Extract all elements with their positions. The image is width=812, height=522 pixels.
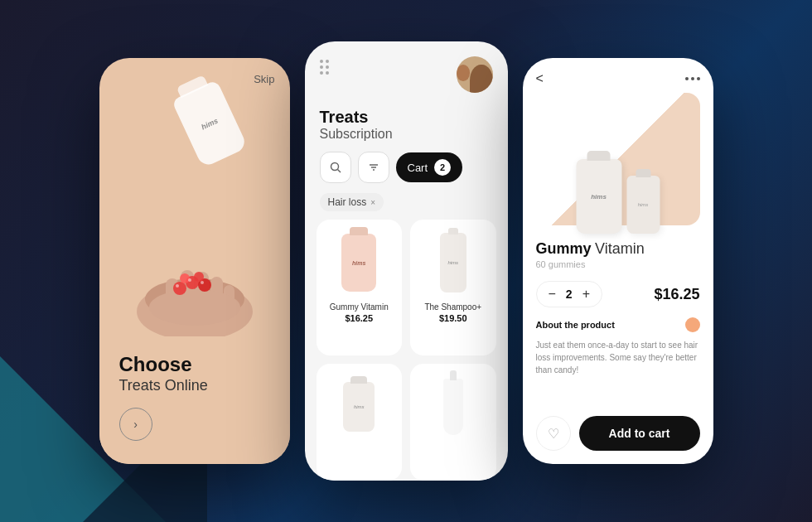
product-full-title: Gummy Vitamin [536, 240, 700, 258]
back-button[interactable]: < [536, 71, 544, 86]
cart-button[interactable]: Cart 2 [396, 152, 463, 182]
filter-tag-row: Hair loss × [320, 193, 493, 211]
product-title-bold: Gummy [536, 240, 592, 257]
screen2-title-bold: Treats [320, 108, 493, 127]
user-avatar[interactable] [457, 56, 493, 93]
svg-point-8 [173, 282, 186, 295]
hand-svg [120, 229, 269, 336]
quantity-price-row: − 2 + $16.25 [536, 281, 700, 307]
search-icon [330, 162, 341, 173]
bottle-brand-text: hims [200, 117, 219, 132]
screen3-header: < [523, 58, 713, 86]
screen2: Treats Subscription Cart 2 [305, 41, 508, 481]
skip-button[interactable]: Skip [254, 73, 274, 85]
product-image-gummy: hims [334, 230, 384, 296]
shampoo-bottle-illustration: hims [440, 233, 466, 292]
screen2-title-subscription: Subscription [320, 127, 493, 142]
svg-point-12 [194, 272, 204, 282]
product-card-shampoo[interactable]: hims The Shampoo+ $19.50 [410, 220, 496, 355]
product-grid: hims Gummy Vitamin $16.25 hims The Shamp… [305, 220, 508, 481]
screen3-product-bg: hims hims [536, 93, 700, 225]
product-name-shampoo: The Shampoo+ [424, 302, 481, 312]
product-card-pill[interactable]: hims [317, 364, 403, 481]
screens-container: Skip hims [99, 41, 713, 481]
svg-point-16 [331, 163, 338, 171]
wishlist-button[interactable]: ♡ [536, 416, 571, 451]
pill-brand-label: hims [354, 404, 365, 409]
screen1-title-light: Treats Online [119, 377, 270, 394]
quantity-minus-button[interactable]: − [549, 287, 556, 302]
bottle-pour-illustration: hims [157, 61, 259, 180]
filter-icon [368, 162, 379, 173]
about-description: Just eat them once-a-day to start to see… [536, 339, 700, 376]
pill-bottle-illustration: hims [343, 382, 375, 432]
more-options-button[interactable] [685, 77, 700, 80]
secondary-bottle-label: hims [638, 202, 649, 207]
shampoo-brand-label: hims [447, 260, 458, 265]
screen1-title-bold: Choose [119, 353, 270, 377]
more-dot-3 [697, 77, 700, 80]
product-title-light: Vitamin [595, 240, 645, 257]
product-price-display: $16.25 [654, 286, 699, 303]
svg-point-7 [149, 289, 240, 326]
product-image-pill: hims [334, 374, 384, 440]
gummy-brand-label: hims [352, 260, 365, 266]
about-label: About the product [536, 320, 615, 330]
screen3-product-info: Gummy Vitamin 60 gummies − 2 + $16.25 [523, 225, 713, 307]
product-image-dropper [428, 374, 478, 440]
avatar-head [457, 65, 471, 81]
menu-dots-icon[interactable] [320, 56, 329, 75]
screen2-title-area: Treats Subscription [305, 101, 508, 142]
product-subtitle: 60 gummies [536, 259, 700, 269]
about-expand-dot[interactable] [685, 317, 700, 332]
cart-label: Cart [408, 162, 428, 174]
svg-line-17 [337, 170, 341, 173]
screen2-header [305, 41, 508, 101]
about-section: About the product Just eat them once-a-d… [523, 307, 713, 376]
product-card-gummy[interactable]: hims Gummy Vitamin $16.25 [317, 220, 403, 355]
secondary-product-bottle: hims [626, 176, 660, 234]
filter-tag-close[interactable]: × [370, 198, 375, 207]
product-card-dropper[interactable] [410, 364, 496, 481]
more-dot-2 [691, 77, 694, 80]
svg-point-13 [176, 284, 179, 288]
screen1: Skip hims [99, 58, 290, 464]
heart-icon: ♡ [548, 426, 559, 442]
screen1-image-area: hims [99, 58, 290, 336]
product-name-gummy: Gummy Vitamin [330, 302, 389, 312]
filter-button[interactable] [358, 152, 389, 183]
search-button[interactable] [320, 152, 351, 183]
dropper-bottle-illustration [443, 379, 463, 435]
add-to-cart-button[interactable]: Add to cart [579, 416, 700, 451]
hand-gummies-illustration [120, 229, 269, 336]
more-dot-1 [685, 77, 689, 80]
main-bottle-brand: hims [591, 193, 607, 201]
hair-loss-filter-tag[interactable]: Hair loss × [320, 193, 384, 211]
product-price-gummy: $16.25 [345, 313, 373, 323]
main-product-bottle: hims [576, 159, 621, 234]
product-image-shampoo: hims [428, 230, 478, 296]
gummy-bottle-illustration: hims [341, 234, 376, 292]
product-price-shampoo: $19.50 [439, 313, 467, 323]
quantity-control: − 2 + [536, 281, 602, 307]
screen3: < hims hims Gummy Vitamin [523, 58, 713, 464]
quantity-value: 2 [566, 288, 573, 301]
screen3-bottles: hims hims [576, 159, 660, 234]
avatar-body [470, 65, 492, 93]
quantity-plus-button[interactable]: + [582, 287, 590, 302]
search-row: Cart 2 [305, 142, 508, 193]
svg-point-11 [180, 273, 190, 283]
screen1-arrow-button[interactable]: › [119, 408, 152, 441]
svg-point-15 [201, 281, 204, 284]
cart-count-badge: 2 [434, 159, 451, 176]
about-row: About the product [536, 317, 700, 332]
screen1-bottom: Choose Treats Online › [99, 336, 290, 464]
screen3-footer: ♡ Add to cart [523, 404, 713, 464]
svg-point-14 [188, 278, 191, 282]
